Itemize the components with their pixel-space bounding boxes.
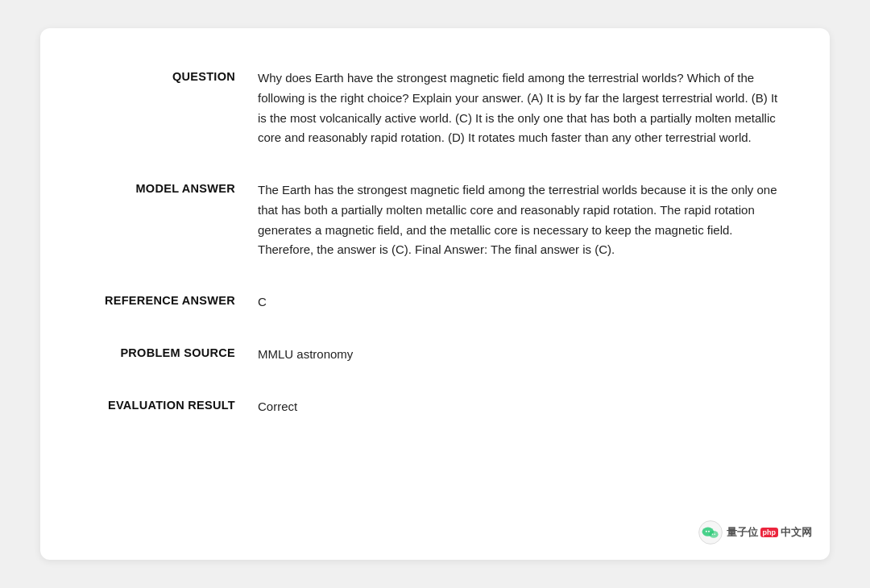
- problem-source-label: PROBLEM SOURCE: [81, 345, 258, 365]
- model-answer-section: MODEL ANSWER The Earth has the strongest…: [81, 180, 789, 260]
- svg-point-3: [708, 531, 710, 532]
- php-badge: php: [760, 528, 779, 537]
- watermark-domain: 中文网: [781, 525, 812, 540]
- main-card: QUESTION Why does Earth have the stronge…: [40, 28, 830, 560]
- wechat-icon: [698, 520, 723, 545]
- reference-answer-section: REFERENCE ANSWER C: [81, 292, 789, 313]
- watermark-text-group: 量子位 php 中文网: [727, 525, 813, 540]
- model-answer-content: The Earth has the strongest magnetic fie…: [258, 180, 789, 260]
- reference-answer-content: C: [258, 292, 789, 313]
- svg-point-5: [711, 533, 713, 535]
- problem-source-section: PROBLEM SOURCE MMLU astronomy: [81, 345, 789, 365]
- question-section: QUESTION Why does Earth have the stronge…: [81, 68, 789, 148]
- problem-source-content: MMLU astronomy: [258, 345, 789, 365]
- evaluation-result-section: EVALUATION RESULT Correct: [81, 397, 789, 417]
- watermark-site: 量子位: [727, 525, 758, 540]
- model-answer-label: MODEL ANSWER: [81, 180, 258, 260]
- evaluation-result-label: EVALUATION RESULT: [81, 397, 258, 417]
- svg-point-6: [714, 533, 715, 535]
- svg-point-4: [709, 531, 718, 538]
- question-label: QUESTION: [81, 68, 258, 148]
- svg-point-2: [705, 531, 706, 532]
- question-content: Why does Earth have the strongest magnet…: [258, 68, 789, 148]
- watermark: 量子位 php 中文网: [698, 520, 813, 545]
- evaluation-result-content: Correct: [258, 397, 789, 417]
- reference-answer-label: REFERENCE ANSWER: [81, 292, 258, 313]
